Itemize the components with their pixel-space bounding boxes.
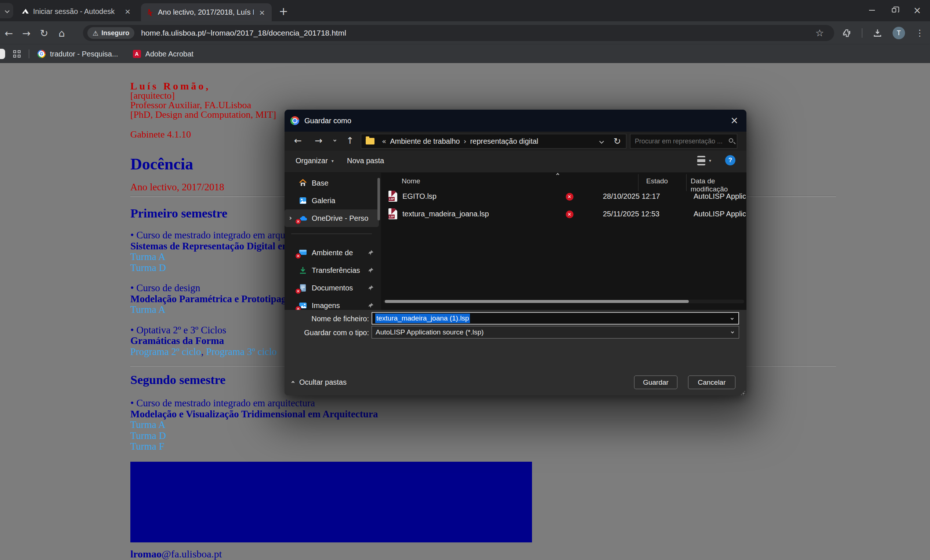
back-icon[interactable]: ← — [294, 135, 302, 146]
file-row[interactable]: EGITO.lsp ✕ 28/10/2025 12:17 AutoLISP Ap… — [381, 187, 747, 205]
sidebar-scrollbar[interactable] — [377, 178, 380, 220]
minimize-icon[interactable] — [869, 10, 875, 11]
resize-grip[interactable] — [741, 391, 745, 395]
sync-error-badge: ✕ — [295, 218, 302, 225]
bookmark-star-icon[interactable]: ☆ — [815, 28, 824, 38]
sidebar-item-downloads[interactable]: Transferências — [285, 261, 379, 279]
forward-icon[interactable]: → — [315, 135, 322, 146]
chevron-down-icon — [5, 8, 9, 13]
tab-search-button[interactable] — [0, 3, 13, 18]
filetype-value: AutoLISP Application source (*.lsp) — [376, 328, 483, 336]
sidebar-item-desktop[interactable]: ✕ Ambiente de — [285, 244, 379, 261]
search-box[interactable] — [630, 134, 737, 149]
bookmark-tradutor[interactable]: tradutor - Pesquisa... — [50, 50, 118, 58]
author-position: Professor Auxiliar, FA.ULisboa — [130, 100, 836, 110]
new-folder-button[interactable]: Nova pasta — [347, 156, 384, 165]
sidebar-item-label: Galeria — [312, 196, 335, 205]
up-icon[interactable]: ↑ — [346, 135, 354, 146]
hide-folders-label: Ocultar pastas — [299, 378, 346, 387]
extensions-icon[interactable] — [842, 28, 851, 38]
column-estado[interactable]: Estado — [646, 177, 668, 185]
chevron-down-icon[interactable] — [731, 330, 734, 333]
gallery-icon — [299, 196, 307, 205]
dialog-nav-row: ← → ↑ « Ambiente de trabalho › represent… — [285, 132, 747, 151]
course-name: Modelação e Visualização Tridimensional … — [130, 409, 836, 420]
sidebar-item-documents[interactable]: ✕ Documentos — [285, 279, 379, 297]
tab-close-icon[interactable]: × — [123, 7, 132, 16]
address-bar[interactable]: ⚠ Inseguro home.fa.ulisboa.pt/~lromao/20… — [83, 25, 834, 41]
organize-button[interactable]: Organizar ▾ — [296, 156, 334, 165]
author-name: Luís Romão, — [130, 81, 836, 91]
dialog-titlebar[interactable]: Guardar como × — [285, 110, 747, 132]
bookmark-adobe[interactable]: Adobe Acrobat — [145, 50, 194, 58]
save-button[interactable]: Guardar — [634, 376, 677, 389]
file-row[interactable]: textura_madeira_joana.lsp ✕ 25/11/2025 1… — [381, 205, 747, 222]
author-role: [arquitecto] — [130, 91, 836, 100]
back-icon[interactable]: ← — [0, 28, 18, 39]
downloads-icon[interactable] — [873, 28, 882, 38]
dialog-sidebar: Base Galeria ✕ OneDrive - Perso — [285, 173, 381, 310]
view-mode-button[interactable]: ▾ — [697, 156, 711, 166]
home-icon — [299, 179, 307, 187]
horizontal-scrollbar[interactable] — [383, 300, 744, 303]
sort-ascending-icon — [556, 173, 559, 176]
scrollbar-thumb[interactable] — [385, 300, 689, 303]
chevron-right-icon[interactable] — [289, 217, 291, 220]
security-chip[interactable]: ⚠ Inseguro — [88, 27, 134, 39]
chevron-down-icon[interactable] — [731, 317, 734, 320]
sidebar-item-base[interactable]: Base — [285, 174, 379, 192]
tab-bar: Iniciar sessão - Autodesk × Ano lectivo,… — [0, 0, 930, 21]
tab-autodesk[interactable]: Iniciar sessão - Autodesk × — [16, 3, 137, 20]
filename-input[interactable]: textura_madeira_joana (1).lsp — [371, 312, 739, 325]
folder-icon — [366, 138, 374, 144]
filetype-select[interactable]: AutoLISP Application source (*.lsp) — [371, 326, 739, 339]
profile-avatar[interactable]: T — [893, 27, 905, 39]
home-icon[interactable]: ⌂ — [53, 28, 71, 39]
hide-folders-button[interactable]: Ocultar pastas — [292, 378, 346, 387]
sidebar-item-galeria[interactable]: Galeria — [285, 192, 379, 209]
turma-link[interactable]: Turma D — [130, 431, 836, 442]
divider — [862, 28, 862, 38]
restore-icon[interactable] — [892, 8, 896, 12]
sidebar-item-label: Base — [312, 179, 329, 187]
link-segment[interactable]: Programa 2º ciclo — [130, 346, 201, 357]
breadcrumb-root[interactable]: Ambiente de trabalho — [390, 137, 460, 146]
refresh-icon[interactable]: ↻ — [613, 136, 621, 146]
column-nome[interactable]: Nome — [402, 177, 420, 185]
apps-grid-icon[interactable] — [13, 50, 20, 58]
chevron-down-icon[interactable] — [599, 139, 604, 144]
new-tab-button[interactable]: + — [276, 5, 291, 18]
breadcrumb[interactable]: « Ambiente de trabalho › representação d… — [361, 134, 627, 149]
menu-kebab-icon[interactable]: ⋮ — [915, 28, 924, 38]
sidebar-item-images[interactable]: ✕ Imagens — [285, 297, 379, 310]
breadcrumb-current[interactable]: representação digital — [470, 137, 538, 146]
sidebar-item-onedrive[interactable]: ✕ OneDrive - Perso — [285, 209, 379, 227]
dialog-body: Base Galeria ✕ OneDrive - Perso — [285, 173, 747, 310]
turma-link[interactable]: Turma A — [130, 420, 836, 431]
partial-bookmark[interactable] — [0, 49, 5, 59]
forward-icon[interactable]: → — [18, 28, 35, 39]
tab-close-icon[interactable]: × — [257, 8, 266, 17]
window-close-icon[interactable]: × — [913, 6, 921, 15]
email-address: lromao@fa.ulisboa.pt — [130, 548, 836, 560]
sidebar-item-label: OneDrive - Perso — [312, 214, 369, 222]
pin-icon — [368, 250, 374, 256]
cancel-button[interactable]: Cancelar — [688, 376, 735, 389]
chevron-down-icon[interactable] — [333, 139, 336, 141]
file-type: AutoLISP Application. — [683, 210, 746, 218]
filename-label: Nome de ficheiro: — [288, 315, 369, 323]
turma-link[interactable]: Turma F — [130, 441, 836, 452]
browser-toolbar: ← → ↻ ⌂ ⚠ Inseguro home.fa.ulisboa.pt/~l… — [0, 21, 930, 45]
lsp-file-icon — [388, 208, 397, 219]
search-input[interactable] — [630, 134, 737, 148]
reload-icon[interactable]: ↻ — [35, 28, 53, 39]
help-button[interactable]: ? — [725, 155, 735, 166]
tab-title: Ano lectivo, 2017/2018, Luís Ro — [158, 8, 254, 17]
tab-ano-lectivo[interactable]: Ano lectivo, 2017/2018, Luís Ro × — [141, 3, 272, 21]
tab-title: Iniciar sessão - Autodesk — [33, 7, 119, 16]
sync-error-badge: ✕ — [295, 288, 302, 295]
divider — [291, 233, 372, 234]
sync-error-badge: ✕ — [295, 305, 302, 310]
dialog-close-icon[interactable]: × — [730, 115, 738, 126]
link-segment[interactable]: Programa 3º ciclo — [206, 346, 277, 357]
